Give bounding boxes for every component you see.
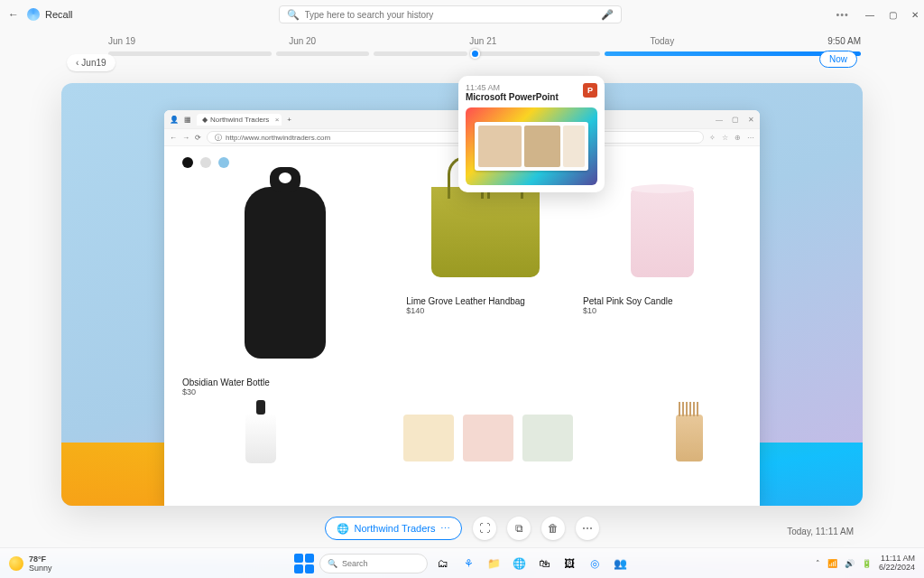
product-card-candle[interactable]: Petal Pink Soy Candle $10	[583, 173, 742, 396]
bag-image	[431, 187, 540, 277]
product-card-bottle[interactable]: Obsidian Water Bottle $30	[182, 173, 388, 396]
product-name: Obsidian Water Bottle	[182, 378, 388, 387]
timeline-label: Jun 19	[108, 36, 135, 46]
preview-thumbnail	[466, 107, 597, 185]
nav-back-icon[interactable]: ←	[170, 134, 177, 142]
taskbar-search[interactable]: 🔍 Search	[319, 554, 428, 573]
favicon-icon: ◆	[202, 116, 208, 124]
history-search[interactable]: 🔍 🎤	[279, 5, 622, 23]
refresh-icon[interactable]: ⟳	[195, 134, 201, 142]
browser-close-icon[interactable]: ✕	[748, 116, 754, 124]
tab-close-icon[interactable]: ×	[275, 116, 280, 124]
screenshot-icon[interactable]: ⛶	[473, 517, 496, 540]
extensions-icon[interactable]: ✧	[709, 134, 716, 142]
minimize-icon[interactable]: —	[865, 10, 874, 20]
close-icon[interactable]: ✕	[911, 10, 919, 20]
timeline-back-pill[interactable]: ‹ Jun19	[67, 54, 116, 71]
open-source-button[interactable]: 🌐 Northwind Traders ⋯	[325, 517, 463, 540]
start-button[interactable]	[294, 554, 314, 573]
weather-temp: 78°F	[29, 555, 52, 564]
edge-icon: 🌐	[337, 523, 349, 535]
wifi-icon[interactable]: 📶	[827, 559, 837, 568]
timeline-segment[interactable]	[276, 51, 369, 56]
preview-time: 11:45 AM	[466, 83, 597, 92]
search-icon: 🔍	[287, 9, 300, 21]
timeline-segment[interactable]	[374, 51, 467, 56]
swatch-grey[interactable]	[200, 157, 211, 168]
sun-icon	[9, 556, 23, 571]
product-name: Lime Grove Leather Handbag	[406, 296, 565, 306]
powerpoint-icon: P	[583, 83, 597, 98]
candle-image	[631, 187, 694, 277]
system-tray[interactable]: ˄ 📶 🔊 🔋 11:11 AM 6/22/2024	[816, 555, 915, 573]
timeline-label: Jun 21	[469, 36, 496, 46]
product-card[interactable]	[182, 413, 339, 463]
chevron-down-icon: ⋯	[440, 523, 450, 535]
product-card-bag[interactable]: Lime Grove Leather Handbag $140	[406, 173, 565, 396]
nav-fwd-icon[interactable]: →	[182, 134, 189, 142]
volume-icon[interactable]: 🔊	[845, 559, 855, 568]
battery-icon[interactable]: 🔋	[862, 559, 872, 568]
explorer-icon[interactable]: 📁	[484, 554, 504, 573]
chevron-left-icon: ‹	[76, 58, 79, 68]
recall-window: ← Recall 🔍 🎤 ••• — ▢ ✕ ‹ Jun19 Jun 19 Ju…	[0, 0, 924, 560]
settings-icon[interactable]: ⋯	[747, 134, 754, 142]
preview-app-name: Microsoft PowerPoint	[466, 92, 597, 102]
product-card[interactable]	[357, 413, 619, 463]
swatch-black[interactable]	[182, 157, 193, 168]
product-card[interactable]	[637, 413, 742, 463]
address-bar[interactable]: ⓘ http://www.northwindtraders.com	[207, 131, 704, 144]
snapshot-actionbar: 🌐 Northwind Traders ⋯ ⛶ ⧉ 🗑 ⋯	[0, 517, 924, 540]
search-icon: 🔍	[328, 559, 337, 568]
profile-icon[interactable]: 👤	[170, 116, 179, 124]
timeline-preview-card[interactable]: 11:45 AM Microsoft PowerPoint P	[458, 76, 605, 192]
edge-icon[interactable]: 🌐	[509, 554, 529, 573]
collections-icon[interactable]: ⊕	[735, 134, 741, 142]
soap-image	[403, 415, 454, 461]
browser-maximize-icon[interactable]: ▢	[732, 116, 739, 124]
brush-image	[676, 415, 703, 461]
timeline-segment[interactable]	[472, 51, 600, 56]
back-icon[interactable]: ←	[5, 8, 22, 21]
browser-minimize-icon[interactable]: —	[716, 116, 723, 124]
photos-icon[interactable]: 🖼	[559, 554, 579, 573]
new-tab-icon[interactable]: +	[287, 116, 291, 124]
timeline[interactable]: ‹ Jun19 Jun 19 Jun 20 Jun 21 Today 9:50 …	[0, 29, 924, 74]
maximize-icon[interactable]: ▢	[889, 10, 897, 20]
copy-icon[interactable]: ⧉	[507, 517, 531, 540]
recall-icon[interactable]: ◎	[585, 554, 605, 573]
soap-image	[463, 415, 513, 461]
delete-icon[interactable]: 🗑	[541, 517, 565, 540]
workspaces-icon[interactable]: ▦	[184, 116, 191, 124]
tray-date: 6/22/2024	[879, 564, 915, 573]
recall-titlebar: ← Recall 🔍 🎤 ••• — ▢ ✕	[0, 0, 924, 29]
recall-logo-icon	[27, 8, 40, 21]
webpage-content: Obsidian Water Bottle $30 Lime Grove Lea…	[164, 146, 760, 474]
swatch-blue[interactable]	[218, 157, 229, 168]
now-button[interactable]: Now	[819, 51, 857, 68]
weather-widget[interactable]: 78°F Sunny	[9, 555, 52, 573]
back-pill-label: Jun19	[81, 58, 106, 68]
product-price: $10	[583, 306, 742, 315]
bottle-image	[245, 187, 326, 359]
task-view-icon[interactable]: 🗂	[433, 554, 453, 573]
teams-icon[interactable]: 👥	[610, 554, 630, 573]
pump-image	[245, 413, 276, 463]
snapshot-timestamp: Today, 11:11 AM	[787, 527, 854, 536]
history-search-input[interactable]	[305, 10, 596, 20]
mic-icon[interactable]: 🎤	[601, 9, 614, 21]
timeline-label: Jun 20	[289, 36, 316, 46]
favorites-icon[interactable]: ☆	[722, 134, 728, 142]
timeline-segment[interactable]	[108, 51, 272, 56]
more-icon[interactable]: •••	[836, 9, 849, 20]
source-label: Northwind Traders	[355, 523, 436, 534]
timeline-scrubber[interactable]	[470, 49, 480, 59]
copilot-icon[interactable]: ⚘	[458, 554, 478, 573]
browser-tab[interactable]: ◆ Northwind Traders ×	[197, 114, 282, 126]
more-actions-icon[interactable]: ⋯	[576, 517, 599, 540]
soap-image	[522, 415, 573, 461]
chevron-up-icon[interactable]: ˄	[816, 559, 820, 568]
product-price: $140	[406, 306, 565, 315]
weather-cond: Sunny	[29, 564, 52, 573]
store-icon[interactable]: 🛍	[534, 554, 554, 573]
